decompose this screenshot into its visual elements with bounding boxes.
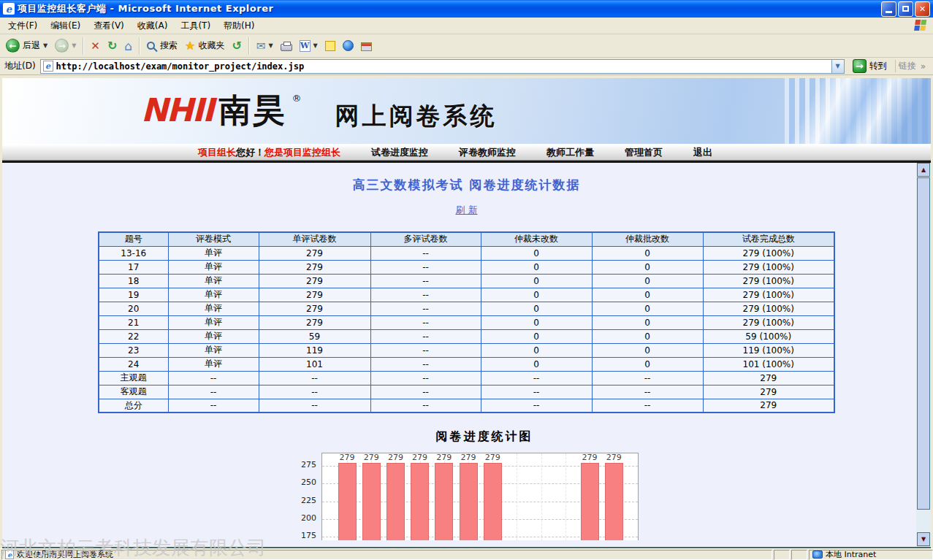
- chart-bar-value: 279: [577, 453, 602, 462]
- table-cell: 单评: [168, 315, 259, 329]
- forward-button[interactable]: → ▼: [52, 37, 79, 54]
- scrollbar-thumb[interactable]: [917, 177, 930, 510]
- menu-tools[interactable]: 工具(T): [174, 18, 217, 34]
- back-dropdown-icon[interactable]: ▼: [43, 42, 47, 49]
- toolbar-separator: [139, 37, 140, 55]
- nav-item-logout[interactable]: 退出: [693, 146, 712, 159]
- address-dropdown-button[interactable]: ▼: [831, 60, 844, 73]
- progress-table: 题号评卷模式单评试卷数多评试卷数仲裁未改数仲裁批改数试卷完成总数 13-16单评…: [98, 231, 835, 413]
- security-zone-panel: 本地 Intranet: [809, 550, 933, 560]
- messenger-button[interactable]: [340, 39, 357, 53]
- refresh-link[interactable]: 刷 新: [455, 204, 477, 215]
- table-header-cell: 评卷模式: [168, 232, 259, 246]
- table-cell: --: [168, 385, 259, 399]
- note-button[interactable]: [322, 39, 338, 53]
- restore-icon: [902, 6, 909, 12]
- banner-art-image: [785, 78, 931, 144]
- mail-icon: ✉: [256, 39, 266, 53]
- table-cell: 单评: [168, 302, 259, 315]
- chart-bar: [605, 463, 623, 540]
- table-cell: --: [592, 371, 703, 385]
- table-cell: 0: [592, 302, 703, 315]
- nav-item-teacher-workload[interactable]: 教师工作量: [547, 146, 594, 159]
- refresh-button[interactable]: ↻: [104, 37, 120, 54]
- chart-ytick-label: 250: [301, 477, 316, 487]
- table-cell: 单评: [168, 260, 259, 274]
- menu-favorites[interactable]: 收藏(A): [131, 18, 175, 34]
- table-header-cell: 仲裁未改数: [481, 232, 592, 246]
- chart-bar: [362, 463, 381, 540]
- table-row: 24单评101--00101 (100%): [99, 357, 834, 371]
- ie-app-icon: e: [3, 3, 15, 15]
- addressbar: 地址(D) e http://localhost/exam/monitor_pr…: [0, 58, 933, 75]
- table-header-cell: 题号: [99, 232, 168, 246]
- brand-logo-cn: 南昊: [218, 94, 286, 126]
- status-panel: [791, 550, 807, 560]
- mail-dropdown-icon[interactable]: ▼: [268, 42, 273, 49]
- table-cell: 20: [99, 302, 168, 315]
- table-cell: 主观题: [99, 371, 168, 385]
- minimize-button[interactable]: [881, 1, 896, 17]
- table-cell: 0: [592, 357, 703, 371]
- word-icon: W: [300, 40, 311, 52]
- chart-bar-value: 279: [432, 453, 457, 462]
- chart-vline: [541, 453, 542, 540]
- table-cell: 0: [592, 343, 703, 357]
- stop-button[interactable]: ✕: [88, 38, 103, 54]
- chart-plot: 27927927927927927927959119101279279: [321, 453, 639, 540]
- history-button[interactable]: ↺: [229, 37, 244, 54]
- chart-ytick-label: 175: [301, 531, 316, 540]
- table-cell: 0: [592, 246, 703, 260]
- home-button[interactable]: ⌂: [121, 37, 135, 55]
- edit-dropdown-icon[interactable]: ▼: [313, 42, 318, 49]
- table-row: 21单评279--00279 (100%): [99, 315, 834, 329]
- restore-button[interactable]: [898, 1, 913, 17]
- status-page-icon: e: [5, 550, 14, 559]
- go-button[interactable]: → 转到: [849, 58, 891, 74]
- print-button[interactable]: [278, 39, 295, 53]
- table-cell: --: [370, 385, 481, 399]
- close-button[interactable]: ✕: [915, 1, 930, 17]
- table-cell: 23: [99, 343, 168, 357]
- links-button[interactable]: 链接 »: [895, 60, 929, 72]
- table-cell: --: [370, 399, 481, 413]
- scrollbar-down-icon[interactable]: ▼: [917, 532, 930, 546]
- menu-file[interactable]: 文件(F): [1, 18, 44, 34]
- menu-help[interactable]: 帮助(H): [217, 18, 261, 34]
- mail-button[interactable]: ✉ ▼: [254, 38, 276, 54]
- table-cell: 单评: [168, 343, 259, 357]
- links-label: 链接: [899, 60, 916, 72]
- table-cell: 单评: [168, 288, 259, 302]
- table-cell: 0: [592, 274, 703, 288]
- table-header-row: 题号评卷模式单评试卷数多评试卷数仲裁未改数仲裁批改数试卷完成总数: [99, 232, 834, 246]
- scrollbar-up-icon[interactable]: ▲: [917, 163, 930, 177]
- edit-word-button[interactable]: W ▼: [297, 39, 321, 53]
- menu-edit[interactable]: 编辑(E): [44, 18, 87, 34]
- nav-item-admin-home[interactable]: 管理首页: [625, 146, 663, 159]
- search-icon: [147, 42, 155, 50]
- table-cell: 19: [99, 288, 168, 302]
- windows-logo-icon: [914, 20, 928, 32]
- chart-bar-value: 279: [480, 453, 505, 462]
- chart-vline: [517, 453, 517, 540]
- favorites-button[interactable]: ★ 收藏夹: [182, 37, 227, 54]
- vertical-scrollbar[interactable]: ▲ ▼: [916, 163, 931, 547]
- chart-ytick-label: 200: [301, 513, 316, 523]
- favorites-label: 收藏夹: [198, 39, 224, 52]
- chart-bar: [484, 463, 502, 540]
- nav-bar: 项目组长您好！您是项目监控组长 试卷进度监控 评卷教师监控 教师工作量 管理首页…: [2, 144, 931, 160]
- back-button[interactable]: ← 后退 ▼: [3, 37, 50, 54]
- nav-item-paper-progress[interactable]: 试卷进度监控: [371, 146, 428, 159]
- chart-bar-value: 279: [383, 453, 408, 462]
- table-cell: --: [168, 399, 259, 413]
- table-cell: 24: [99, 357, 168, 371]
- table-cell: 0: [592, 288, 703, 302]
- nav-item-teacher-monitor[interactable]: 评卷教师监控: [459, 146, 516, 159]
- discuss-button[interactable]: [358, 39, 375, 53]
- chart-bar-value: 279: [408, 453, 433, 462]
- address-url[interactable]: http://localhost/exam/monitor_project/in…: [56, 61, 829, 72]
- search-button[interactable]: 搜索: [144, 38, 180, 53]
- menu-view[interactable]: 查看(V): [87, 18, 131, 34]
- address-input[interactable]: e http://localhost/exam/monitor_project/…: [40, 59, 845, 74]
- table-cell: 101 (100%): [703, 357, 834, 371]
